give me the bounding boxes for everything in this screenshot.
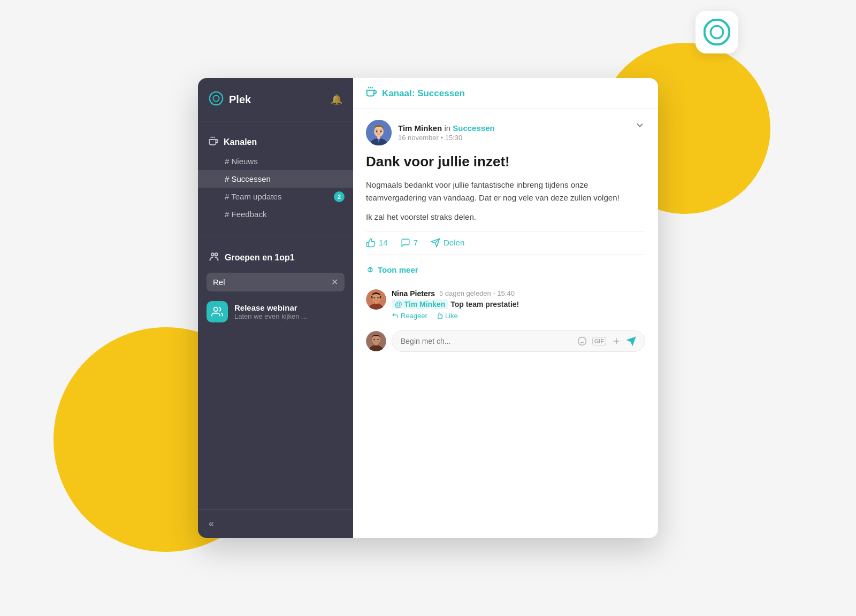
search-box: ✕ [207,273,345,291]
post-meta: Tim Minken in Successen 16 november • 15… [398,124,495,142]
posts-area: Tim Minken in Successen 16 november • 15… [353,109,658,538]
comment-like-button[interactable]: Like [436,312,458,320]
svg-point-35 [578,337,586,345]
channel-header: Kanaal: Successen [353,78,658,109]
svg-point-3 [213,95,219,101]
main-content: Kanaal: Successen [353,78,658,538]
comment-count: 7 [414,238,418,247]
channel-label-successen: # Successen [225,174,271,183]
plek-logo-corner [696,11,738,53]
comment-button[interactable]: 7 [401,238,418,248]
post-expand-button[interactable] [635,120,645,133]
comment-author-avatar [366,289,386,310]
svg-point-7 [211,253,214,256]
reply-button[interactable]: Reageer [392,312,427,320]
svg-point-28 [373,297,374,298]
sidebar-item-successen[interactable]: # Successen [198,170,353,188]
group-avatar-release-webinar [207,301,228,322]
post-actions: 14 7 Delen [366,231,645,255]
svg-point-15 [374,126,384,137]
groups-label: Groepen en 1op1 [225,253,295,263]
reply-avatar [366,331,386,351]
sidebar-item-feedback[interactable]: # Feedback [198,205,353,223]
brand-icon [209,91,224,108]
groups-icon [209,251,219,264]
team-updates-badge: 2 [334,191,345,202]
group-info-release-webinar: Release webinar Laten we even kijken ... [234,303,345,320]
sidebar-divider [198,236,353,236]
channels-label: Kanalen [224,137,257,147]
comment-time: 5 dagen geleden - 15:40 [439,289,515,297]
channel-label-team-updates: # Team updates [225,192,281,201]
sidebar: Plek 🔔 Kanalen # Nieuws [198,78,353,538]
post-body: Nogmaals bedankt voor jullie fantastisch… [366,179,645,224]
svg-point-8 [215,253,218,256]
groups-section-header: Groepen en 1op1 [198,247,353,268]
attachment-button[interactable] [612,336,621,346]
sidebar-item-nieuws[interactable]: # Nieuws [198,152,353,170]
comment-header: Nina Pieters 5 dagen geleden - 15:40 [392,289,645,298]
toon-meer-button[interactable]: Toon meer [366,261,645,279]
svg-point-16 [376,131,378,133]
search-input[interactable] [213,278,327,287]
svg-point-17 [380,131,382,133]
post-author-channel: Successen [453,124,494,133]
reply-label: Reageer [401,312,427,320]
brand-name: Plek [229,94,251,106]
reply-input-wrapper: GIF [392,330,645,352]
svg-point-0 [705,20,730,45]
share-label: Delen [444,238,464,247]
channel-header-icon [366,87,377,100]
sidebar-header: Plek 🔔 [198,78,353,121]
share-button[interactable]: Delen [431,238,464,248]
groups-section: Groepen en 1op1 ✕ Release webinar [198,238,353,332]
group-name-release-webinar: Release webinar [234,303,345,312]
channels-icon [209,136,218,148]
svg-point-33 [373,339,374,340]
like-count: 14 [379,238,388,247]
comment-body: Nina Pieters 5 dagen geleden - 15:40 @ T… [392,289,645,320]
post-body-p2: Ik zal het voorstel straks delen. [366,211,645,224]
bell-icon[interactable]: 🔔 [331,94,342,105]
reply-actions: GIF [577,336,636,346]
post-author-name: Tim Minken in Successen [398,124,495,133]
reply-input[interactable] [401,337,572,345]
search-clear-icon[interactable]: ✕ [331,277,338,287]
toon-meer-label: Toon meer [378,265,418,274]
svg-marker-41 [628,337,636,345]
comment-item: Nina Pieters 5 dagen geleden - 15:40 @ T… [366,289,645,320]
comment-like-label: Like [445,312,458,320]
app-container: Plek 🔔 Kanalen # Nieuws [198,78,658,538]
sidebar-footer: « [198,509,353,538]
collapse-button[interactable]: « [209,518,214,529]
svg-point-34 [377,339,378,340]
group-item-release-webinar[interactable]: Release webinar Laten we even kijken ... [198,296,353,328]
sidebar-brand: Plek [209,91,251,108]
like-button[interactable]: 14 [366,238,388,248]
channel-header-title: Kanaal: Successen [382,88,465,99]
svg-point-9 [214,307,218,311]
post-body-p1: Nogmaals bedankt voor jullie fantastisch… [366,179,645,204]
emoji-button[interactable] [577,336,587,346]
svg-point-1 [710,26,723,38]
reply-box: GIF [366,326,645,352]
channels-section-header: Kanalen [198,132,353,152]
channels-section: Kanalen # Nieuws # Successen # Team upda… [198,121,353,234]
channel-label-nieuws: # Nieuws [225,157,258,166]
svg-point-2 [210,92,223,105]
post-title: Dank voor jullie inzet! [366,153,645,171]
sidebar-item-team-updates[interactable]: # Team updates 2 [198,188,353,205]
gif-button[interactable]: GIF [592,337,606,345]
comment-author-name: Nina Pieters [392,289,435,298]
post-author-avatar [366,120,392,145]
comment-section: Nina Pieters 5 dagen geleden - 15:40 @ T… [366,285,645,320]
channel-label-feedback: # Feedback [225,210,266,219]
comment-text-content: Top team prestatie! [450,300,519,309]
group-preview-release-webinar: Laten we even kijken ... [234,312,345,320]
post-time: 16 november • 15:30 [398,134,495,142]
comment-actions: Reageer Like [392,312,645,320]
svg-point-29 [377,297,378,298]
comment-text: @ Tim Minken Top team prestatie! [392,300,645,309]
send-button[interactable] [626,336,636,346]
post-author-row: Tim Minken in Successen 16 november • 15… [366,120,495,145]
